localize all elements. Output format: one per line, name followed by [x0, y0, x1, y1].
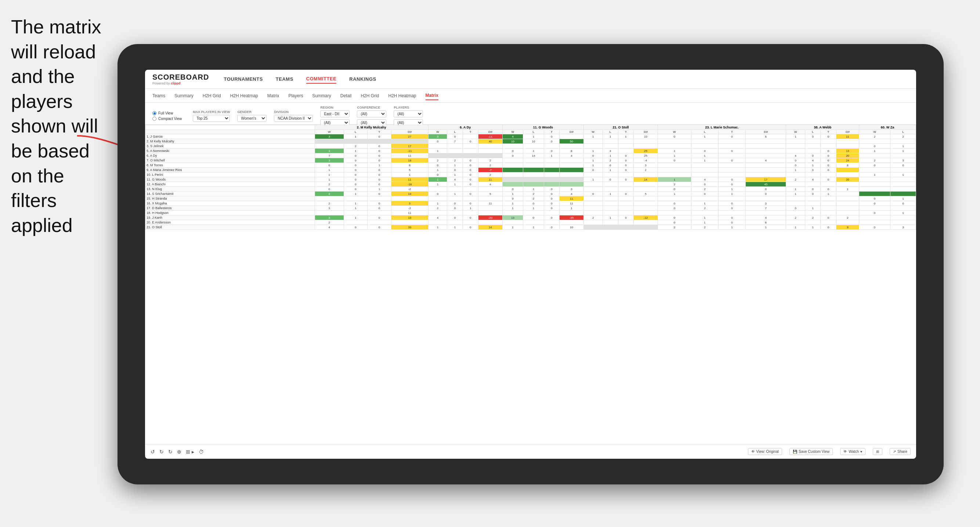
player-name: 15. H Stranda [145, 196, 315, 201]
table-row: 17. D Ballesteros 310-2 201 1101 0207 01 [145, 206, 916, 211]
settings-icon[interactable]: ⊞ ▸ [186, 449, 194, 455]
layout-button[interactable]: ⊞ [873, 448, 882, 455]
view-icon: 👁 [751, 449, 755, 454]
matrix-area[interactable]: 2. M Kelly Mulcahy 6. A Dy 11. G Woods 2… [145, 125, 916, 444]
sub-h-w6: W [786, 130, 805, 134]
player-name: 8. M Torres [145, 163, 315, 168]
region-select-1[interactable]: East - DII [320, 111, 350, 117]
col-header-woods: 11. G Woods [502, 125, 584, 130]
nav-items: TOURNAMENTS TEAMS COMMITTEE RANKINGS [224, 75, 376, 84]
player-name: 21. O Stoll [145, 225, 315, 230]
col-header-za: 60. W Za [859, 125, 916, 130]
conference-filter: Conference (All) (All) [357, 106, 386, 126]
sub-h-l6: L [805, 130, 821, 134]
sub-h-dif4: Dif [634, 130, 658, 134]
sub-h-w3: W [502, 130, 523, 134]
redo-icon[interactable]: ↻ [159, 449, 164, 455]
sub-h-t2: T [463, 130, 478, 134]
sub-h-w1: W [315, 130, 344, 134]
view-original-button[interactable]: 👁 View: Original [748, 448, 783, 455]
conference-select-1[interactable]: (All) [357, 111, 386, 117]
full-view-radio[interactable] [153, 111, 156, 115]
region-filter: Region East - DII (All) [320, 106, 350, 126]
full-view-option[interactable]: Full View [153, 111, 182, 115]
player-name: 1. J Garcia [145, 134, 315, 139]
player-name: 11. G Woods [145, 177, 315, 182]
tablet-screen: SCOREBOARD Powered by clippd TOURNAMENTS… [145, 70, 916, 459]
toolbar-left: ↺ ↻ ↻ ⊕ ⊞ ▸ ⏱ [151, 449, 204, 455]
refresh-icon[interactable]: ↻ [168, 449, 173, 455]
sub-h-w5: W [658, 130, 691, 134]
watch-button[interactable]: 👁 Watch ▾ [840, 448, 865, 455]
sub-nav-players[interactable]: Players [288, 92, 303, 100]
player-name: 13. N Klug [145, 187, 315, 192]
undo-icon[interactable]: ↺ [151, 449, 155, 455]
table-row: 7. O Mitchell 30018 2202 120-4 0104 0402… [145, 158, 916, 163]
timer-icon[interactable]: ⏱ [199, 449, 204, 455]
table-row: 11. G Woods 10011 14011 10014 14017 2402… [145, 177, 916, 182]
table-row: 15. H Stranda 02011 01 [145, 196, 916, 201]
sub-h-l3: L [523, 130, 544, 134]
sub-h-t3: T [544, 130, 559, 134]
sub-nav-h2h-grid-1[interactable]: H2H Grid [203, 92, 221, 100]
logo-scoreboard: SCOREBOARD [153, 73, 209, 81]
division-filter: Division NCAA Division II [274, 110, 313, 122]
sub-h-dif6: Dif [836, 130, 859, 134]
nav-teams[interactable]: TEAMS [276, 75, 293, 83]
compact-view-option[interactable]: Compact View [153, 117, 182, 121]
player-name: 9. A Maria Jimenez Rios [145, 168, 315, 173]
nav-committee[interactable]: COMMITTEE [306, 75, 337, 84]
sub-nav-h2h-grid-2[interactable]: H2H Grid [361, 92, 379, 100]
sub-h-l1: L [344, 130, 368, 134]
col-header-schumac: 23. L Marie Schumac. [658, 125, 786, 130]
table-row: 18. H Hodgson 11 01 [145, 211, 916, 216]
player-name: 7. O Mitchell [145, 158, 315, 163]
table-row: 1. J Garcia 31027 30-11 410 11110 0106 1… [145, 134, 916, 139]
nav-rankings[interactable]: RANKINGS [349, 75, 376, 83]
sub-h-dif5: Dif [746, 130, 786, 134]
table-row: 5. A Nomrowski 310-11 1 0108 1425 100 01… [145, 149, 916, 153]
zoom-icon[interactable]: ⊕ [177, 449, 181, 455]
max-players-filter: Max players in view Top 25 [193, 110, 230, 122]
sub-nav-h2h-heatmap-2[interactable]: H2H Heatmap [388, 92, 416, 100]
player-name: 16. X Mcgaha [145, 201, 315, 206]
sub-nav-summary-2[interactable]: Summary [312, 92, 331, 100]
table-row: 12. A Bianchi 200-18 1104 20045 [145, 182, 916, 187]
players-select-1[interactable]: (All) [394, 111, 423, 117]
table-row: 19. J Kanh 31018 400-20 1300-35 210-12 0… [145, 216, 916, 220]
table-row: 20. E Andersson 2 0108 [145, 220, 916, 225]
table-row: 2. M Kelly Mulcahy 07040 1010050 [145, 139, 916, 144]
max-players-select[interactable]: Top 25 [193, 115, 230, 122]
player-label-header [145, 130, 315, 134]
view-options: Full View Compact View [153, 111, 182, 121]
logo-powered: Powered by clippd [153, 81, 209, 85]
sub-h-w4: W [584, 130, 603, 134]
sub-nav-teams[interactable]: Teams [153, 92, 165, 100]
sub-nav-matrix-1[interactable]: Matrix [267, 92, 279, 100]
sub-nav-summary-1[interactable]: Summary [174, 92, 193, 100]
col-header-mulcahy: 2. M Kelly Mulcahy [315, 125, 428, 130]
division-select[interactable]: NCAA Division II [274, 115, 313, 122]
sub-nav-matrix-2[interactable]: Matrix [426, 91, 438, 100]
table-row: 6. A Dy 70011 01414 01025 11 40020 [145, 153, 916, 158]
table-row: 14. S Srichantamit 31018 0105 1204 0105 … [145, 192, 916, 196]
player-name: 12. A Bianchi [145, 182, 315, 187]
share-button[interactable]: ↗ Share [890, 448, 911, 455]
sub-nav-h2h-heatmap-1[interactable]: H2H Heatmap [230, 92, 258, 100]
nav-tournaments[interactable]: TOURNAMENTS [224, 75, 262, 83]
sub-h-t4: T [618, 130, 633, 134]
sub-h-l4: L [603, 130, 618, 134]
sub-nav-detail[interactable]: Detail [340, 92, 352, 100]
player-name: 18. H Hodgson [145, 211, 315, 216]
sub-h-l2: L [447, 130, 463, 134]
players-filter: Players (All) (All) [394, 106, 423, 126]
tablet-device: SCOREBOARD Powered by clippd TOURNAMENTS… [118, 44, 943, 484]
table-row: 9. A Maria Jimenez Rios 1005 100-7 0102 … [145, 168, 916, 173]
compact-view-radio[interactable] [153, 117, 156, 121]
save-custom-button[interactable]: 💾 Save Custom View [789, 448, 833, 455]
player-name: 10. L Perini [145, 173, 315, 177]
sub-h-t6: T [821, 130, 836, 134]
gender-select[interactable]: Women's [237, 115, 267, 122]
col-header-stoll: 21. O Stoll [584, 125, 658, 130]
share-icon: ↗ [893, 449, 896, 454]
